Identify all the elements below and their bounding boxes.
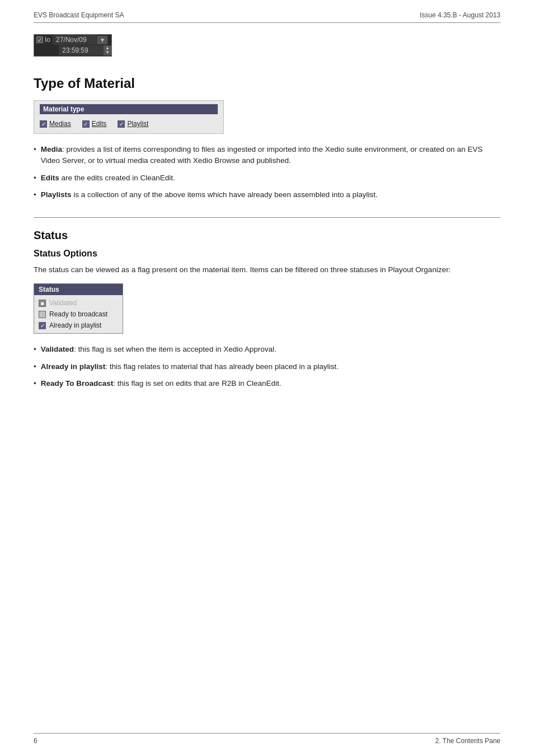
bullet-validated: Validated: this flag is set when the ite… bbox=[34, 344, 500, 355]
page-header: EVS Broadcast Equipment SA Issue 4.35.B … bbox=[34, 11, 500, 23]
datetime-checkbox[interactable]: ✓ bbox=[36, 36, 43, 43]
bullet-media: Media: provides a list of items correspo… bbox=[34, 144, 500, 167]
edits-checkbox-icon[interactable]: ✓ bbox=[82, 120, 90, 128]
playlist-status-label: Already in playlist bbox=[49, 321, 101, 329]
bullet-media-text: Media: provides a list of items correspo… bbox=[41, 144, 500, 167]
status-row-playlist[interactable]: ✓ Already in playlist bbox=[34, 320, 123, 331]
status-row-ready[interactable]: Ready to broadcast bbox=[34, 309, 123, 320]
bullet-playlists: Playlists is a collection of any of the … bbox=[34, 189, 500, 200]
footer-page-number: 6 bbox=[34, 737, 38, 745]
edits-label: Edits bbox=[92, 120, 107, 128]
status-row-validated[interactable]: ■ Validated bbox=[34, 297, 123, 309]
datetime-date: 27/Nov/09 bbox=[53, 35, 97, 45]
material-type-header: Material type bbox=[40, 104, 218, 114]
header-issue: Issue 4.35.B - August 2013 bbox=[420, 11, 500, 19]
status-bullets: Validated: this flag is set when the ite… bbox=[34, 344, 500, 389]
medias-checkbox-icon[interactable]: ✓ bbox=[40, 120, 47, 128]
status-widget: Status ■ Validated Ready to broadcast ✓ … bbox=[34, 283, 123, 334]
datetime-spinners[interactable]: ▲ ▼ bbox=[104, 45, 111, 55]
type-of-material-heading: Type of Material bbox=[34, 76, 500, 91]
bullet-ready-to-broadcast-text: Ready To Broadcast: this flag is set on … bbox=[41, 378, 500, 389]
status-heading: Status bbox=[34, 229, 500, 242]
spin-down[interactable]: ▼ bbox=[105, 50, 110, 55]
status-widget-body: ■ Validated Ready to broadcast ✓ Already… bbox=[34, 295, 123, 333]
datetime-time: 23:59:59 bbox=[59, 45, 104, 55]
bullet-playlists-text: Playlists is a collection of any of the … bbox=[41, 189, 500, 200]
playlist-label: Playlist bbox=[127, 120, 148, 128]
footer-section: 2. The Contents Pane bbox=[435, 737, 500, 745]
status-description: The status can be viewed as a flag prese… bbox=[34, 264, 500, 276]
checkbox-playlist[interactable]: ✓ Playlist bbox=[118, 120, 148, 128]
page-footer: 6 2. The Contents Pane bbox=[34, 733, 500, 745]
checkbox-edits[interactable]: ✓ Edits bbox=[82, 120, 107, 128]
bullet-edits-text: Edits are the edits created in CleanEdit… bbox=[41, 172, 500, 184]
bullet-edits: Edits are the edits created in CleanEdit… bbox=[34, 172, 500, 184]
validated-label: Validated bbox=[49, 299, 77, 307]
checkbox-medias[interactable]: ✓ Medias bbox=[40, 120, 71, 128]
status-widget-header: Status bbox=[34, 284, 123, 295]
bullet-validated-text: Validated: this flag is set when the ite… bbox=[41, 344, 500, 355]
datetime-checkbox-area: ✓ Io bbox=[34, 35, 53, 45]
datetime-dropdown-btn[interactable]: ▼ bbox=[97, 36, 107, 44]
material-type-widget: Material type ✓ Medias ✓ Edits ✓ Playlis… bbox=[34, 100, 224, 134]
playlist-checkbox-icon[interactable]: ✓ bbox=[118, 120, 125, 128]
validated-checkbox[interactable]: ■ bbox=[39, 300, 46, 307]
bullet-ready-to-broadcast: Ready To Broadcast: this flag is set on … bbox=[34, 378, 500, 389]
ready-label: Ready to broadcast bbox=[49, 310, 107, 318]
medias-label: Medias bbox=[49, 120, 71, 128]
datetime-widget: ✓ Io 27/Nov/09 ▼ 23:59:59 ▲ ▼ bbox=[34, 34, 112, 57]
datetime-label: Io bbox=[45, 36, 50, 44]
header-company: EVS Broadcast Equipment SA bbox=[34, 11, 124, 19]
material-type-checkboxes: ✓ Medias ✓ Edits ✓ Playlist bbox=[40, 118, 218, 130]
section-divider-1 bbox=[34, 217, 500, 218]
ready-checkbox[interactable] bbox=[39, 311, 46, 318]
material-type-bullets: Media: provides a list of items correspo… bbox=[34, 144, 500, 200]
playlist-checkbox[interactable]: ✓ bbox=[39, 322, 46, 329]
bullet-already-in-playlist: Already in playlist: this flag relates t… bbox=[34, 361, 500, 372]
bullet-already-in-playlist-text: Already in playlist: this flag relates t… bbox=[41, 361, 500, 372]
status-options-heading: Status Options bbox=[34, 249, 500, 259]
